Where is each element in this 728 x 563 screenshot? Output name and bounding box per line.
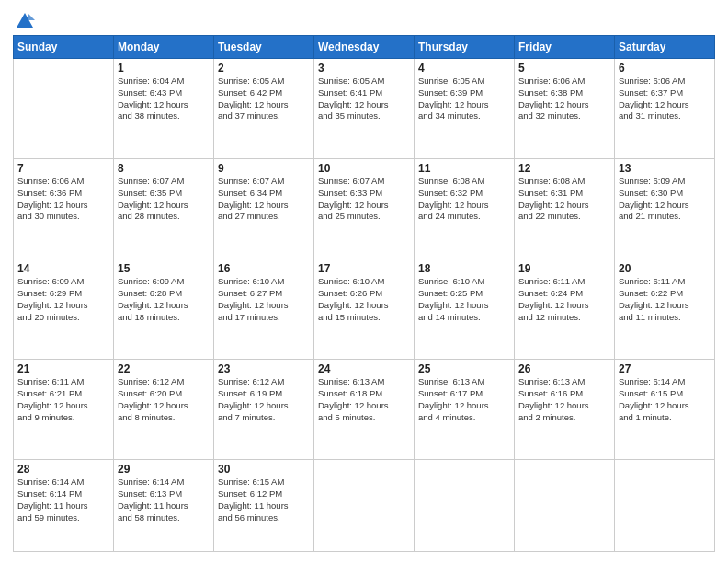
page: SundayMondayTuesdayWednesdayThursdayFrid… (0, 0, 728, 563)
cell-content: 24Sunrise: 6:13 AM Sunset: 6:18 PM Dayli… (318, 362, 410, 423)
day-number: 15 (118, 262, 210, 275)
day-info: Sunrise: 6:12 AM Sunset: 6:19 PM Dayligh… (218, 376, 310, 423)
day-info: Sunrise: 6:10 AM Sunset: 6:27 PM Dayligh… (218, 276, 310, 323)
week-row-3: 21Sunrise: 6:11 AM Sunset: 6:21 PM Dayli… (14, 360, 715, 460)
calendar-cell: 26Sunrise: 6:13 AM Sunset: 6:16 PM Dayli… (515, 360, 615, 460)
day-number: 29 (118, 463, 210, 476)
cell-content: 25Sunrise: 6:13 AM Sunset: 6:17 PM Dayli… (418, 362, 510, 423)
cell-content: 28Sunrise: 6:14 AM Sunset: 6:14 PM Dayli… (17, 463, 109, 523)
cell-content: 22Sunrise: 6:12 AM Sunset: 6:20 PM Dayli… (118, 362, 210, 423)
day-info: Sunrise: 6:11 AM Sunset: 6:21 PM Dayligh… (17, 376, 109, 423)
day-info: Sunrise: 6:05 AM Sunset: 6:41 PM Dayligh… (318, 75, 410, 122)
day-number: 23 (218, 362, 310, 375)
day-number: 5 (518, 62, 610, 75)
day-info: Sunrise: 6:13 AM Sunset: 6:18 PM Dayligh… (318, 376, 410, 423)
weekday-wednesday: Wednesday (314, 36, 415, 59)
week-row-1: 7Sunrise: 6:06 AM Sunset: 6:36 PM Daylig… (14, 159, 715, 259)
day-number: 21 (17, 362, 109, 375)
day-info: Sunrise: 6:06 AM Sunset: 6:38 PM Dayligh… (518, 75, 610, 122)
day-number: 10 (318, 162, 410, 175)
day-info: Sunrise: 6:09 AM Sunset: 6:29 PM Dayligh… (17, 276, 109, 323)
day-info: Sunrise: 6:06 AM Sunset: 6:37 PM Dayligh… (619, 75, 711, 122)
calendar-cell: 29Sunrise: 6:14 AM Sunset: 6:13 PM Dayli… (114, 460, 214, 552)
cell-content: 7Sunrise: 6:06 AM Sunset: 6:36 PM Daylig… (17, 162, 109, 223)
day-info: Sunrise: 6:05 AM Sunset: 6:42 PM Dayligh… (218, 75, 310, 122)
day-number: 2 (218, 62, 310, 75)
day-info: Sunrise: 6:04 AM Sunset: 6:43 PM Dayligh… (118, 75, 210, 122)
weekday-saturday: Saturday (615, 36, 715, 59)
calendar-cell: 10Sunrise: 6:07 AM Sunset: 6:33 PM Dayli… (314, 159, 415, 259)
weekday-header-row: SundayMondayTuesdayWednesdayThursdayFrid… (14, 36, 715, 59)
calendar-cell: 19Sunrise: 6:11 AM Sunset: 6:24 PM Dayli… (515, 259, 615, 360)
calendar-cell: 25Sunrise: 6:13 AM Sunset: 6:17 PM Dayli… (415, 360, 515, 460)
day-number: 24 (318, 362, 410, 375)
cell-content: 13Sunrise: 6:09 AM Sunset: 6:30 PM Dayli… (619, 162, 711, 223)
day-number: 12 (518, 162, 610, 175)
calendar-cell: 14Sunrise: 6:09 AM Sunset: 6:29 PM Dayli… (14, 259, 114, 360)
calendar-cell (615, 460, 715, 552)
day-number: 16 (218, 262, 310, 275)
calendar-cell: 28Sunrise: 6:14 AM Sunset: 6:14 PM Dayli… (14, 460, 114, 552)
day-number: 25 (418, 362, 510, 375)
weekday-thursday: Thursday (415, 36, 515, 59)
calendar-cell: 16Sunrise: 6:10 AM Sunset: 6:27 PM Dayli… (214, 259, 314, 360)
day-info: Sunrise: 6:10 AM Sunset: 6:25 PM Dayligh… (418, 276, 510, 323)
calendar-cell: 20Sunrise: 6:11 AM Sunset: 6:22 PM Dayli… (615, 259, 715, 360)
cell-content: 1Sunrise: 6:04 AM Sunset: 6:43 PM Daylig… (118, 62, 210, 122)
cell-content: 21Sunrise: 6:11 AM Sunset: 6:21 PM Dayli… (17, 362, 109, 423)
cell-content: 6Sunrise: 6:06 AM Sunset: 6:37 PM Daylig… (619, 62, 711, 122)
day-number: 3 (318, 62, 410, 75)
cell-content: 11Sunrise: 6:08 AM Sunset: 6:32 PM Dayli… (418, 162, 510, 223)
day-number: 30 (218, 463, 310, 476)
calendar-cell: 9Sunrise: 6:07 AM Sunset: 6:34 PM Daylig… (214, 159, 314, 259)
day-number: 26 (518, 362, 610, 375)
cell-content: 29Sunrise: 6:14 AM Sunset: 6:13 PM Dayli… (118, 463, 210, 523)
cell-content: 10Sunrise: 6:07 AM Sunset: 6:33 PM Dayli… (318, 162, 410, 223)
weekday-friday: Friday (515, 36, 615, 59)
cell-content: 9Sunrise: 6:07 AM Sunset: 6:34 PM Daylig… (218, 162, 310, 223)
calendar-cell: 1Sunrise: 6:04 AM Sunset: 6:43 PM Daylig… (114, 59, 214, 159)
day-info: Sunrise: 6:09 AM Sunset: 6:30 PM Dayligh… (619, 176, 711, 223)
calendar-cell (314, 460, 415, 552)
calendar-cell: 5Sunrise: 6:06 AM Sunset: 6:38 PM Daylig… (515, 59, 615, 159)
cell-content: 27Sunrise: 6:14 AM Sunset: 6:15 PM Dayli… (619, 362, 711, 423)
cell-content: 26Sunrise: 6:13 AM Sunset: 6:16 PM Dayli… (518, 362, 610, 423)
day-info: Sunrise: 6:09 AM Sunset: 6:28 PM Dayligh… (118, 276, 210, 323)
logo-icon (15, 11, 35, 31)
day-info: Sunrise: 6:12 AM Sunset: 6:20 PM Dayligh… (118, 376, 210, 423)
day-number: 7 (17, 162, 109, 175)
calendar-cell: 30Sunrise: 6:15 AM Sunset: 6:12 PM Dayli… (214, 460, 314, 552)
cell-content: 17Sunrise: 6:10 AM Sunset: 6:26 PM Dayli… (318, 262, 410, 323)
calendar-cell (515, 460, 615, 552)
day-info: Sunrise: 6:05 AM Sunset: 6:39 PM Dayligh… (418, 75, 510, 122)
cell-content: 30Sunrise: 6:15 AM Sunset: 6:12 PM Dayli… (218, 463, 310, 523)
day-info: Sunrise: 6:11 AM Sunset: 6:22 PM Dayligh… (619, 276, 711, 323)
calendar-cell: 23Sunrise: 6:12 AM Sunset: 6:19 PM Dayli… (214, 360, 314, 460)
day-number: 20 (619, 262, 711, 275)
weekday-monday: Monday (114, 36, 214, 59)
day-number: 22 (118, 362, 210, 375)
cell-content: 8Sunrise: 6:07 AM Sunset: 6:35 PM Daylig… (118, 162, 210, 223)
calendar-cell: 21Sunrise: 6:11 AM Sunset: 6:21 PM Dayli… (14, 360, 114, 460)
calendar-cell: 12Sunrise: 6:08 AM Sunset: 6:31 PM Dayli… (515, 159, 615, 259)
calendar-cell: 18Sunrise: 6:10 AM Sunset: 6:25 PM Dayli… (415, 259, 515, 360)
day-info: Sunrise: 6:13 AM Sunset: 6:17 PM Dayligh… (418, 376, 510, 423)
cell-content: 23Sunrise: 6:12 AM Sunset: 6:19 PM Dayli… (218, 362, 310, 423)
cell-content: 3Sunrise: 6:05 AM Sunset: 6:41 PM Daylig… (318, 62, 410, 122)
calendar-cell: 3Sunrise: 6:05 AM Sunset: 6:41 PM Daylig… (314, 59, 415, 159)
cell-content: 4Sunrise: 6:05 AM Sunset: 6:39 PM Daylig… (418, 62, 510, 122)
logo (13, 11, 35, 28)
day-info: Sunrise: 6:06 AM Sunset: 6:36 PM Dayligh… (17, 176, 109, 223)
svg-marker-1 (28, 13, 35, 20)
calendar-cell: 8Sunrise: 6:07 AM Sunset: 6:35 PM Daylig… (114, 159, 214, 259)
day-number: 19 (518, 262, 610, 275)
day-number: 27 (619, 362, 711, 375)
day-info: Sunrise: 6:14 AM Sunset: 6:15 PM Dayligh… (619, 376, 711, 423)
cell-content: 15Sunrise: 6:09 AM Sunset: 6:28 PM Dayli… (118, 262, 210, 323)
day-number: 17 (318, 262, 410, 275)
calendar-cell: 22Sunrise: 6:12 AM Sunset: 6:20 PM Dayli… (114, 360, 214, 460)
day-info: Sunrise: 6:13 AM Sunset: 6:16 PM Dayligh… (518, 376, 610, 423)
calendar-cell: 17Sunrise: 6:10 AM Sunset: 6:26 PM Dayli… (314, 259, 415, 360)
day-info: Sunrise: 6:15 AM Sunset: 6:12 PM Dayligh… (218, 477, 310, 523)
day-number: 9 (218, 162, 310, 175)
